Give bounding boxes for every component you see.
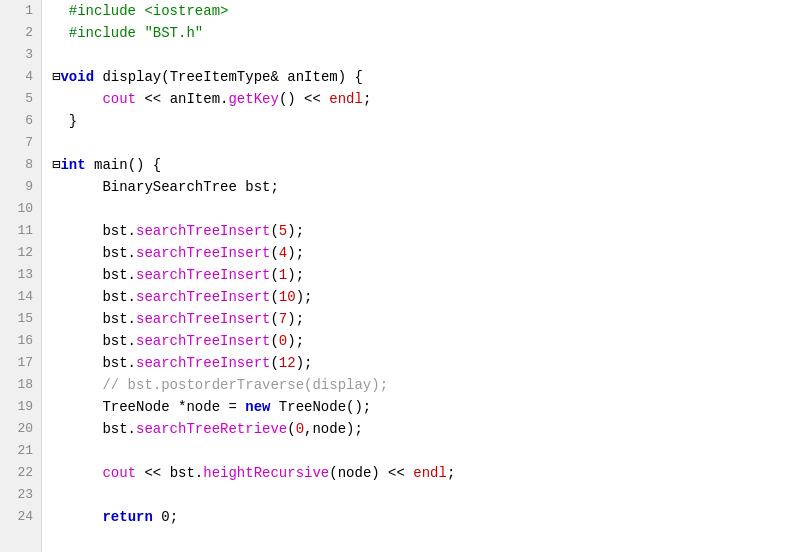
code-token: bst. [52,267,136,283]
code-token: 0 [279,333,287,349]
code-line: bst.searchTreeInsert(4); [52,242,782,264]
code-token: void [60,69,94,85]
code-line: BinarySearchTree bst; [52,176,782,198]
code-line: bst.searchTreeInsert(1); [52,264,782,286]
code-token: BinarySearchTree bst; [52,179,279,195]
line-number: 5 [8,88,33,110]
code-token: } [52,113,77,129]
code-token: main() { [86,157,162,173]
code-token: 10 [279,289,296,305]
code-line: // bst.postorderTraverse(display); [52,374,782,396]
code-token: ); [287,333,304,349]
code-token [52,465,102,481]
code-token: ( [270,333,278,349]
code-token: return [102,509,152,525]
line-number: 8 [8,154,33,176]
code-token: ,node); [304,421,363,437]
editor-container: 123456789101112131415161718192021222324 … [0,0,792,552]
code-token: 4 [279,245,287,261]
code-token: searchTreeRetrieve [136,421,287,437]
code-token: ); [287,223,304,239]
line-number: 14 [8,286,33,308]
code-token: bst. [52,421,136,437]
code-token: ( [270,311,278,327]
line-number: 18 [8,374,33,396]
code-token: // bst.postorderTraverse(display); [52,377,388,393]
code-line: } [52,110,782,132]
code-line: bst.searchTreeInsert(7); [52,308,782,330]
line-number: 24 [8,506,33,528]
line-number: 22 [8,462,33,484]
code-token: cout [102,91,136,107]
code-token: ; [447,465,455,481]
line-number: 7 [8,132,33,154]
code-line: #include <iostream> [52,0,782,22]
code-token: endl [329,91,363,107]
code-token: ); [296,355,313,371]
line-number: 4 [8,66,33,88]
line-number: 17 [8,352,33,374]
code-token: ( [287,421,295,437]
code-line [52,484,782,506]
code-token: cout [102,465,136,481]
code-token: new [245,399,270,415]
code-line [52,440,782,462]
code-token [52,91,102,107]
code-token: << anItem. [136,91,228,107]
line-number: 12 [8,242,33,264]
code-token: searchTreeInsert [136,289,270,305]
code-token: #include "BST.h" [52,25,203,41]
line-numbers: 123456789101112131415161718192021222324 [0,0,42,552]
code-token: 12 [279,355,296,371]
code-token: bst. [52,289,136,305]
code-token: display(TreeItemType& anItem) { [94,69,363,85]
code-token: ( [270,289,278,305]
line-number: 23 [8,484,33,506]
code-token: ( [270,267,278,283]
code-line: bst.searchTreeInsert(12); [52,352,782,374]
code-token: TreeNode(); [270,399,371,415]
line-number: 11 [8,220,33,242]
code-line: bst.searchTreeInsert(10); [52,286,782,308]
code-token: endl [413,465,447,481]
code-line: TreeNode *node = new TreeNode(); [52,396,782,418]
code-token: ( [270,355,278,371]
code-line: ⊟int main() { [52,154,782,176]
code-token: () << [279,91,329,107]
code-token: ); [287,245,304,261]
line-number: 10 [8,198,33,220]
code-token: ); [287,267,304,283]
line-number: 20 [8,418,33,440]
code-line: ⊟void display(TreeItemType& anItem) { [52,66,782,88]
line-number: 1 [8,0,33,22]
code-line [52,132,782,154]
code-token: heightRecursive [203,465,329,481]
code-line [52,44,782,66]
code-token: ); [287,311,304,327]
code-token: ( [270,245,278,261]
line-number: 19 [8,396,33,418]
line-number: 9 [8,176,33,198]
line-number: 15 [8,308,33,330]
code-token: bst. [52,245,136,261]
code-token [52,509,102,525]
code-token: ; [363,91,371,107]
code-token: searchTreeInsert [136,267,270,283]
code-token: searchTreeInsert [136,223,270,239]
code-token: 7 [279,311,287,327]
code-line: bst.searchTreeRetrieve(0,node); [52,418,782,440]
code-token: int [60,157,85,173]
code-line: bst.searchTreeInsert(5); [52,220,782,242]
code-token: bst. [52,355,136,371]
code-token: searchTreeInsert [136,355,270,371]
code-line [52,198,782,220]
line-number: 3 [8,44,33,66]
code-line: cout << bst.heightRecursive(node) << end… [52,462,782,484]
code-token: (node) << [329,465,413,481]
code-area[interactable]: #include <iostream> #include "BST.h" ⊟vo… [42,0,792,552]
code-line: #include "BST.h" [52,22,782,44]
code-token: 5 [279,223,287,239]
line-number: 13 [8,264,33,286]
line-number: 2 [8,22,33,44]
code-token: bst. [52,223,136,239]
